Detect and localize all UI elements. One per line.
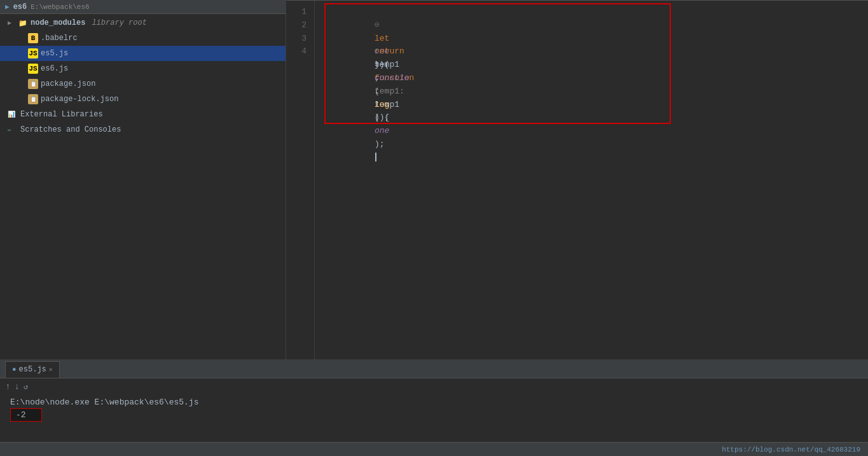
tree-label: package.json [41, 79, 95, 88]
project-path: E:\webpack\es6 [31, 3, 89, 11]
bottom-tabs: ● es5.js ✕ [0, 361, 868, 378]
sidebar-tree: ▶ 📁 node_modules library root B .babelrc… [0, 14, 286, 359]
paren-close-2: ); [375, 139, 385, 149]
json-icon: 📋 [28, 94, 38, 104]
code-line-1: ⊖ let one =~( function ( temp1 ) { [325, 6, 858, 19]
arrow-icon: ▶ [8, 19, 15, 27]
sidebar-item-packagejson[interactable]: 📋 package.json [0, 76, 286, 92]
console-result: -2 [10, 408, 42, 422]
fold-icon-2: ⊖ [375, 46, 380, 56]
editor-area: 1 2 3 4 ⊖ let one =~( function ( temp1 )… [286, 0, 868, 359]
console-output: E:\node\node.exe E:\webpack\es6\es5.js -… [0, 395, 868, 442]
bottom-panel: ● es5.js ✕ ↑ ↓ ↺ E:\node\node.exe E:\web… [0, 359, 868, 442]
sidebar-header: ▶ es6 E:\webpack\es6 [0, 0, 286, 14]
rerun-button[interactable]: ↺ [24, 382, 28, 392]
tree-label: es5.js [41, 49, 68, 58]
tab-icon: ● [12, 366, 17, 373]
project-icon: ▶ [5, 3, 10, 11]
js-icon: JS [28, 48, 38, 59]
code-line-3: ⊖ })( temp1: 1 ); [325, 32, 858, 46]
tree-label: package-lock.json [41, 95, 118, 104]
indent-space-2 [375, 60, 394, 69]
paren-open-2: ( [375, 113, 380, 122]
json-icon: 📋 [28, 79, 38, 89]
console-command: E:\node\node.exe E:\webpack\es6\es5.js [10, 397, 858, 407]
var-one-call: one [375, 126, 389, 135]
fold-icon: ⊖ [375, 20, 380, 30]
js-icon: JS [28, 64, 38, 74]
line-num-3: 3 [291, 32, 307, 46]
sidebar-item-es5js[interactable]: JS es5.js [0, 46, 286, 61]
bottom-content: ↑ ↓ ↺ E:\node\node.exe E:\webpack\es6\es… [0, 378, 868, 442]
sidebar-item-babelrc[interactable]: B .babelrc [0, 31, 286, 46]
line-num-2: 2 [291, 19, 307, 32]
tab-label: es5.js [19, 365, 46, 374]
tree-sublabel: library root [92, 18, 146, 27]
tab-es5js[interactable]: ● es5.js ✕ [5, 361, 60, 378]
tree-label: es6.js [41, 64, 68, 73]
up-button[interactable]: ↑ [5, 382, 10, 392]
sidebar-item-packagelockjson[interactable]: 📋 package-lock.json [0, 92, 286, 107]
folder-icon: 📁 [18, 18, 28, 28]
line-num-1: 1 [291, 6, 307, 19]
tree-label: Scratches and Consoles [20, 125, 121, 134]
console-toolbar: ↑ ↓ ↺ [0, 378, 868, 395]
main-area: ▶ es6 E:\webpack\es6 ▶ 📁 node_modules li… [0, 0, 868, 359]
code-view[interactable]: 1 2 3 4 ⊖ let one =~( function ( temp1 )… [286, 1, 868, 359]
status-link[interactable]: https://blog.csdn.net/qq_42683219 [722, 446, 860, 453]
tree-label: .babelrc [41, 34, 78, 43]
sidebar: ▶ es6 E:\webpack\es6 ▶ 📁 node_modules li… [0, 0, 286, 359]
close-tab-button[interactable]: ✕ [49, 366, 53, 373]
status-bar: https://blog.csdn.net/qq_42683219 [0, 442, 868, 456]
sidebar-item-node-modules[interactable]: ▶ 📁 node_modules library root [0, 15, 286, 31]
babelrc-icon: B [28, 33, 38, 43]
code-content[interactable]: ⊖ let one =~( function ( temp1 ) { retur… [315, 1, 868, 359]
tree-label: node_modules [31, 18, 85, 27]
temp1-label: temp1: [375, 86, 410, 96]
arrow-icon: 📊 [8, 111, 15, 118]
line-num-4: 4 [291, 45, 307, 59]
arrow-icon: ✏ [8, 126, 15, 134]
sidebar-item-scratches[interactable]: ✏ Scratches and Consoles [0, 122, 286, 137]
line-numbers: 1 2 3 4 [286, 1, 315, 359]
tree-label: External Libraries [20, 110, 103, 119]
console-result-line: -2 [10, 408, 858, 422]
keyword-console: console [375, 73, 410, 83]
keyword-return: return [375, 46, 410, 56]
dot: . [375, 86, 380, 96]
project-name: es6 [13, 3, 27, 11]
cursor [375, 153, 376, 162]
indent-space [375, 34, 394, 43]
code-line-2: return temp1 ; [325, 19, 858, 32]
sidebar-item-external-libraries[interactable]: 📊 External Libraries [0, 107, 286, 122]
keyword-log: log [375, 100, 389, 109]
down-button[interactable]: ↓ [14, 382, 19, 392]
sidebar-item-es6js[interactable]: JS es6.js [0, 61, 286, 76]
